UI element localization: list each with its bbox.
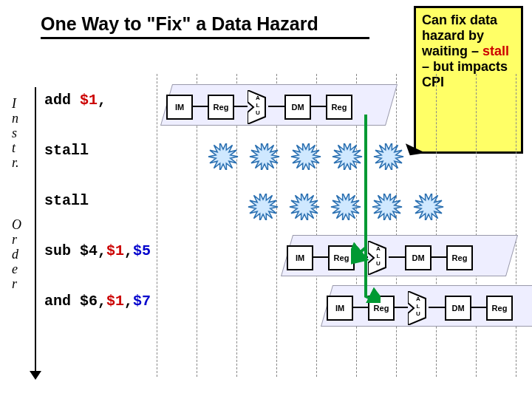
svg-text:U: U (376, 260, 381, 267)
stage-reg-write: Reg (486, 296, 513, 321)
instruction-text: sub $4,$1,$5 (44, 242, 151, 259)
stage-dm: DM (445, 296, 471, 321)
bubble-icon (331, 143, 364, 170)
bubble-icon (288, 194, 321, 220)
axis-char: r. (12, 155, 21, 170)
callout-stall-word: stall (482, 44, 509, 58)
axis-char: t (12, 140, 21, 155)
svg-marker-5 (250, 143, 279, 170)
bubble-icon (290, 143, 322, 170)
svg-marker-4 (208, 143, 238, 170)
page-title: One Way to "Fix" a Data Hazard (41, 13, 318, 35)
axis-char: r (12, 232, 21, 247)
axis-arrowhead-icon (30, 371, 41, 380)
svg-text:U: U (256, 109, 260, 116)
bubble-icon (412, 194, 445, 220)
svg-text:A: A (256, 95, 260, 101)
stage-im: IM (327, 296, 353, 321)
pipeline-row: stall (44, 189, 517, 239)
svg-text:A: A (416, 296, 420, 302)
svg-marker-12 (372, 194, 402, 220)
alu-icon: A L U (408, 291, 429, 325)
svg-marker-11 (331, 194, 361, 220)
instruction-text: stall (44, 192, 89, 209)
stage-dm: DM (405, 245, 432, 270)
stage-reg-read: Reg (328, 245, 355, 270)
stage-im: IM (166, 95, 193, 120)
svg-text:L: L (256, 102, 260, 109)
alu-icon: A L U (248, 90, 268, 124)
alu-icon: A L U (368, 241, 389, 275)
bubble-icon (330, 194, 362, 220)
axis-line (35, 87, 36, 375)
pipeline-row: sub $4,$1,$5 IM Reg A L U DM Reg (44, 239, 517, 290)
svg-marker-8 (374, 143, 403, 170)
stage-reg-read: Reg (208, 95, 234, 120)
pipeline-stages: IM Reg A L U DM Reg (287, 236, 531, 281)
instruction-text: stall (44, 142, 89, 159)
stage-reg-write: Reg (326, 95, 352, 120)
axis-char: r (12, 276, 21, 291)
callout-text-post: – but impacts CPI (422, 59, 508, 89)
pipeline-row: add $1, IM Reg A L U DM Reg (44, 89, 517, 139)
svg-marker-9 (248, 194, 278, 220)
bubble-icon (247, 194, 279, 220)
bubble-icon (248, 143, 281, 170)
pipeline-row: and $6,$1,$7 IM Reg A L U DM Reg (44, 290, 517, 340)
instruction-text: add $1, (44, 92, 106, 109)
svg-marker-10 (290, 194, 319, 220)
bubble-icon (207, 143, 239, 170)
stage-reg-read: Reg (368, 296, 395, 321)
stage-im: IM (287, 245, 313, 270)
bubble-icon (371, 194, 403, 220)
pipeline-stages: IM Reg A L U DM Reg (327, 287, 532, 331)
axis-char: s (12, 126, 21, 140)
bubble-icon (372, 143, 405, 170)
axis-char: n (12, 111, 21, 126)
pipeline-row: stall (44, 139, 517, 189)
axis-char: e (12, 262, 21, 276)
title-underline (41, 37, 369, 39)
stage-reg-write: Reg (446, 245, 473, 270)
svg-text:A: A (376, 245, 381, 252)
pipeline-rows: add $1, IM Reg A L U DM Reg stallstallsu… (44, 89, 517, 340)
instruction-text: and $6,$1,$7 (44, 293, 151, 310)
axis-char: O (12, 217, 21, 232)
axis-char: d (12, 247, 21, 262)
pipeline-stages: IM Reg A L U DM Reg (166, 86, 410, 130)
axis-char: I (12, 96, 21, 111)
svg-text:U: U (416, 310, 420, 317)
stage-dm: DM (284, 95, 311, 120)
svg-marker-13 (414, 194, 443, 220)
svg-text:L: L (417, 303, 420, 310)
svg-marker-7 (332, 143, 362, 170)
axis-label: I n s t r. O r d e r (12, 96, 21, 291)
svg-marker-6 (291, 143, 321, 170)
svg-text:L: L (377, 253, 381, 259)
